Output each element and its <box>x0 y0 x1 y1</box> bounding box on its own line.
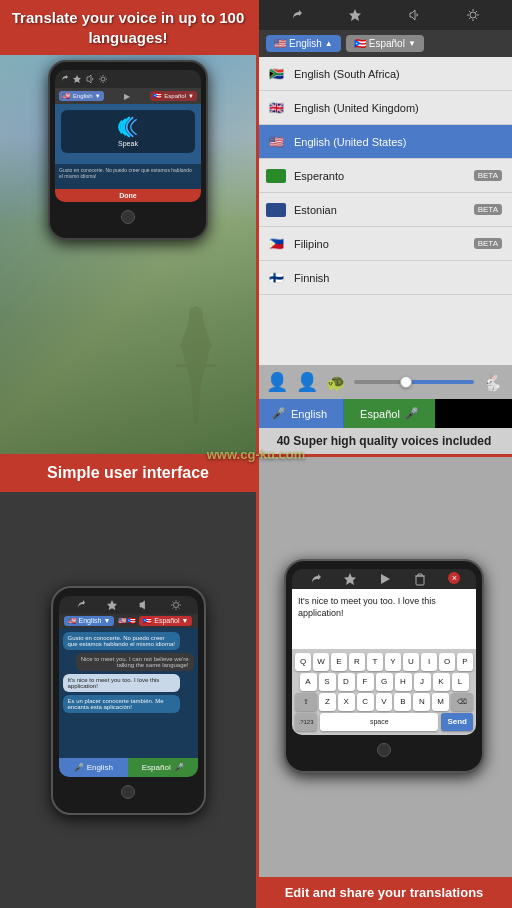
lang-item-3[interactable]: Esperanto BETA <box>256 159 512 193</box>
speak-english-label: English <box>291 408 327 420</box>
q3-lang-chip-espanol[interactable]: 🇵🇷 Español ▼ <box>139 616 192 626</box>
key-o[interactable]: O <box>439 653 455 671</box>
shift-key[interactable]: ⇧ <box>295 693 317 711</box>
slider-thumb[interactable] <box>400 376 412 388</box>
key-v[interactable]: V <box>376 693 393 711</box>
key-l[interactable]: L <box>452 673 469 691</box>
gear-icon-q2[interactable] <box>466 8 480 22</box>
q3-btn-english[interactable]: 🎤 English <box>59 758 129 777</box>
person-female-icon: 👤 <box>296 371 318 393</box>
key-c[interactable]: C <box>357 693 374 711</box>
q3-chat-area: Gusto en conocerte. No puedo creer que e… <box>59 628 198 758</box>
arrow-separator: ▶ <box>124 92 130 101</box>
q4-home-button[interactable] <box>377 743 391 757</box>
key-y[interactable]: Y <box>385 653 401 671</box>
lang-tab-english[interactable]: 🇺🇸 English ▲ <box>266 35 341 52</box>
phone-langbar-q1: 🇺🇸 English ▼ ▶ 🇵🇷 Español ▼ <box>55 88 201 104</box>
key-b[interactable]: B <box>394 693 411 711</box>
flag-us: 🇺🇸 <box>62 92 71 100</box>
mic-icon-espanol: 🎤 <box>405 407 419 420</box>
key-d[interactable]: D <box>338 673 355 691</box>
mic-icon-q3-right: 🎤 <box>174 763 184 772</box>
q3-btn-espanol[interactable]: Español 🎤 <box>128 758 198 777</box>
flag-ph: 🇵🇭 <box>266 237 286 251</box>
key-h[interactable]: H <box>395 673 412 691</box>
q2-speak-buttons: 🎤 English Español 🎤 <box>256 399 512 428</box>
lang-item-1[interactable]: 🇬🇧 English (United Kingdom) <box>256 91 512 125</box>
lang-item-2[interactable]: 🇺🇸 English (United States) <box>256 125 512 159</box>
key-w[interactable]: W <box>313 653 329 671</box>
lang-english-q2: English <box>289 38 322 49</box>
share-icon-q4[interactable] <box>308 572 322 586</box>
star-icon-q4[interactable] <box>343 572 357 586</box>
speak-btn-english[interactable]: 🎤 English <box>256 399 344 428</box>
volume-icon-q3[interactable] <box>138 599 150 611</box>
key-q[interactable]: Q <box>295 653 311 671</box>
trash-icon-q4[interactable] <box>413 572 427 586</box>
sym-key[interactable]: .?123 <box>295 713 317 731</box>
key-n[interactable]: N <box>413 693 430 711</box>
key-u[interactable]: U <box>403 653 419 671</box>
key-j[interactable]: J <box>414 673 431 691</box>
star-icon-q2[interactable] <box>348 8 362 22</box>
phone-done-button[interactable]: Done <box>55 189 201 202</box>
speak-espanol-label: Español <box>360 408 400 420</box>
flag-fi: 🇫🇮 <box>266 271 286 285</box>
q2-topbar <box>256 0 512 30</box>
q3-top-icons <box>59 596 198 614</box>
kb-row-2: A S D F G H J K L <box>293 672 475 692</box>
key-z[interactable]: Z <box>319 693 336 711</box>
lang-chip-espanol[interactable]: 🇵🇷 Español ▼ <box>150 91 197 101</box>
speed-slider[interactable] <box>354 380 474 384</box>
play-icon-q4[interactable] <box>378 572 392 586</box>
volume-icon-q2[interactable] <box>407 8 421 22</box>
svg-marker-8 <box>344 573 356 585</box>
space-key[interactable]: space <box>320 713 438 731</box>
kb-row-4: .?123 space Send <box>293 712 475 732</box>
key-r[interactable]: R <box>349 653 365 671</box>
q3-lang-chip-english[interactable]: 🇺🇸 English ▼ <box>64 616 115 626</box>
speak-btn-espanol[interactable]: Español 🎤 <box>344 399 435 428</box>
share-icon-q3[interactable] <box>74 599 86 611</box>
send-key[interactable]: Send <box>441 713 473 731</box>
lang-item-0[interactable]: 🇿🇦 English (South Africa) <box>256 57 512 91</box>
key-s[interactable]: S <box>319 673 336 691</box>
key-g[interactable]: G <box>376 673 393 691</box>
key-i[interactable]: I <box>421 653 437 671</box>
key-a[interactable]: A <box>300 673 317 691</box>
close-icon-q4[interactable]: × <box>448 572 460 584</box>
q4-phone: × It's nice to meet you too. I love this… <box>284 559 484 773</box>
speak-bubble[interactable]: Speak <box>61 110 195 153</box>
key-e[interactable]: E <box>331 653 347 671</box>
lang-tab-espanol[interactable]: 🇵🇷 Español ▼ <box>346 35 424 52</box>
home-button[interactable] <box>121 210 135 224</box>
flag-us-q3: 🇺🇸 <box>68 617 77 625</box>
flag-za: 🇿🇦 <box>266 67 286 81</box>
q3-home-button[interactable] <box>121 785 135 799</box>
key-f[interactable]: F <box>357 673 374 691</box>
share-icon-q2[interactable] <box>289 8 303 22</box>
phone-screen-q1: 🇺🇸 English ▼ ▶ 🇵🇷 Español ▼ <box>55 70 201 202</box>
lang-item-4[interactable]: Estonian BETA <box>256 193 512 227</box>
svg-rect-0 <box>176 364 216 367</box>
lang-name-5: Filipino <box>294 238 329 250</box>
svg-marker-9 <box>381 574 390 584</box>
star-icon-q3[interactable] <box>106 599 118 611</box>
key-x[interactable]: X <box>338 693 355 711</box>
gear-icon-q3[interactable] <box>170 599 182 611</box>
beta-badge-1: BETA <box>474 204 502 215</box>
key-k[interactable]: K <box>433 673 450 691</box>
horizontal-divider <box>0 454 512 457</box>
flag-es-q2: 🇵🇷 <box>354 38 366 49</box>
q3-home-btn-wrap <box>59 777 198 805</box>
lang-chip-english[interactable]: 🇺🇸 English ▼ <box>59 91 104 101</box>
lang-item-6[interactable]: 🇫🇮 Finnish <box>256 261 512 295</box>
key-t[interactable]: T <box>367 653 383 671</box>
key-p[interactable]: P <box>457 653 473 671</box>
svg-marker-2 <box>73 75 81 83</box>
lang-item-5[interactable]: 🇵🇭 Filipino BETA <box>256 227 512 261</box>
delete-key[interactable]: ⌫ <box>451 693 473 711</box>
q4-message-area: It's nice to meet you too. I love this a… <box>292 589 476 649</box>
key-m[interactable]: M <box>432 693 449 711</box>
q3-screen: 🇺🇸 English ▼ 🇺🇸🇵🇷 🇵🇷 Español ▼ <box>59 596 198 777</box>
